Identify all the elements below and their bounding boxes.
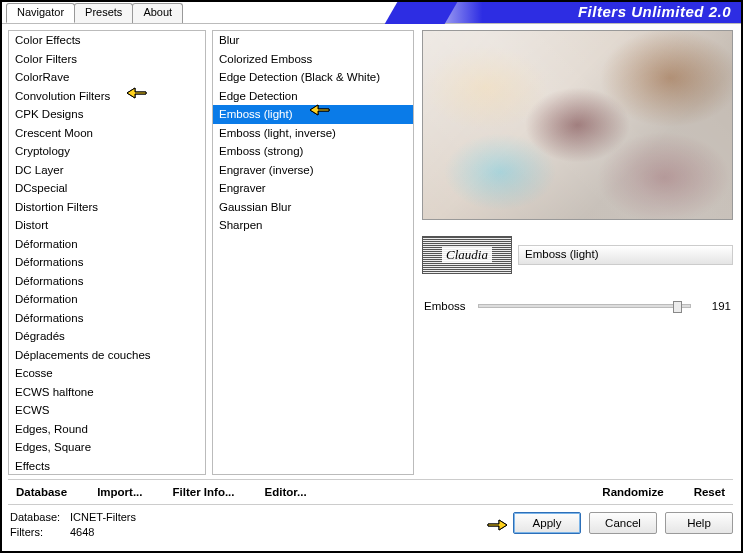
preview-image bbox=[422, 30, 733, 220]
list-item[interactable]: Distort bbox=[9, 216, 205, 235]
db-label: Database: bbox=[10, 510, 70, 525]
list-item[interactable]: ColorRave bbox=[9, 68, 205, 87]
tab-presets[interactable]: Presets bbox=[74, 3, 133, 23]
current-filter-name: Emboss (light) bbox=[518, 245, 733, 265]
tab-strip: Navigator Presets About bbox=[6, 2, 182, 22]
list-item[interactable]: Déformation bbox=[9, 235, 205, 254]
title-bar: Navigator Presets About Filters Unlimite… bbox=[2, 2, 741, 24]
list-item[interactable]: Effects bbox=[9, 457, 205, 476]
list-item[interactable]: Déformation bbox=[9, 290, 205, 309]
filter-info-button[interactable]: Filter Info... bbox=[173, 486, 235, 498]
list-item[interactable]: Emboss (light) bbox=[213, 105, 413, 124]
param-label: Emboss bbox=[424, 300, 466, 312]
tab-navigator[interactable]: Navigator bbox=[6, 3, 75, 23]
list-item[interactable]: Ecosse bbox=[9, 364, 205, 383]
filter-list[interactable]: BlurColorized EmbossEdge Detection (Blac… bbox=[212, 30, 414, 475]
db-value: ICNET-Filters bbox=[70, 511, 136, 523]
list-item[interactable]: Edge Detection bbox=[213, 87, 413, 106]
list-item[interactable]: Edges, Round bbox=[9, 420, 205, 439]
pointer-hand-icon bbox=[485, 514, 507, 532]
cancel-button[interactable]: Cancel bbox=[589, 512, 657, 534]
toolbar-row: Database Import... Filter Info... Editor… bbox=[8, 479, 733, 505]
filters-count-value: 4648 bbox=[70, 526, 94, 538]
list-item[interactable]: Convolution Filters bbox=[9, 87, 205, 106]
list-item[interactable]: Engraver bbox=[213, 179, 413, 198]
list-item[interactable]: Edge Detection (Black & White) bbox=[213, 68, 413, 87]
randomize-button[interactable]: Randomize bbox=[602, 486, 663, 498]
list-item[interactable]: Sharpen bbox=[213, 216, 413, 235]
app-title: Filters Unlimited 2.0 bbox=[578, 3, 731, 20]
apply-button[interactable]: Apply bbox=[513, 512, 581, 534]
author-logo: Claudia bbox=[422, 236, 512, 274]
list-item[interactable]: Emboss (strong) bbox=[213, 142, 413, 161]
list-item[interactable]: Blur bbox=[213, 31, 413, 50]
list-item[interactable]: ECWS halftone bbox=[9, 383, 205, 402]
main-panel: Color EffectsColor FiltersColorRaveConvo… bbox=[2, 24, 741, 482]
category-list[interactable]: Color EffectsColor FiltersColorRaveConvo… bbox=[8, 30, 206, 475]
list-item[interactable]: Déformations bbox=[9, 309, 205, 328]
list-item[interactable]: Cryptology bbox=[9, 142, 205, 161]
tab-about[interactable]: About bbox=[132, 3, 183, 23]
list-item[interactable]: Color Filters bbox=[9, 50, 205, 69]
list-item[interactable]: Emboss (light, inverse) bbox=[213, 124, 413, 143]
param-value: 191 bbox=[703, 300, 731, 312]
database-button[interactable]: Database bbox=[16, 486, 67, 498]
slider-thumb[interactable] bbox=[673, 301, 682, 313]
list-item[interactable]: DCspecial bbox=[9, 179, 205, 198]
list-item[interactable]: Edges, Square bbox=[9, 438, 205, 457]
footer-info: Database:ICNET-Filters Filters:4648 bbox=[10, 510, 136, 551]
list-item[interactable]: Color Effects bbox=[9, 31, 205, 50]
footer: Database:ICNET-Filters Filters:4648 Appl… bbox=[2, 506, 741, 551]
list-item[interactable]: Crescent Moon bbox=[9, 124, 205, 143]
list-item[interactable]: Engraver (inverse) bbox=[213, 161, 413, 180]
import-button[interactable]: Import... bbox=[97, 486, 142, 498]
param-row: Emboss 191 bbox=[422, 300, 733, 312]
editor-button[interactable]: Editor... bbox=[265, 486, 307, 498]
list-item[interactable]: DC Layer bbox=[9, 161, 205, 180]
list-item[interactable]: CPK Designs bbox=[9, 105, 205, 124]
list-item[interactable]: Colorized Emboss bbox=[213, 50, 413, 69]
list-item[interactable]: ECWS bbox=[9, 401, 205, 420]
help-button[interactable]: Help bbox=[665, 512, 733, 534]
list-item[interactable]: Distortion Filters bbox=[9, 198, 205, 217]
right-pane: Claudia Emboss (light) Emboss 191 Databa… bbox=[422, 30, 733, 482]
footer-buttons: Apply Cancel Help bbox=[513, 512, 733, 551]
list-item[interactable]: Déformations bbox=[9, 253, 205, 272]
list-item[interactable]: Déplacements de couches bbox=[9, 346, 205, 365]
list-item[interactable]: Déformations bbox=[9, 272, 205, 291]
list-item[interactable]: Gaussian Blur bbox=[213, 198, 413, 217]
param-slider[interactable] bbox=[478, 304, 691, 308]
list-item[interactable]: Dégradés bbox=[9, 327, 205, 346]
filters-count-label: Filters: bbox=[10, 525, 70, 540]
reset-button[interactable]: Reset bbox=[694, 486, 725, 498]
